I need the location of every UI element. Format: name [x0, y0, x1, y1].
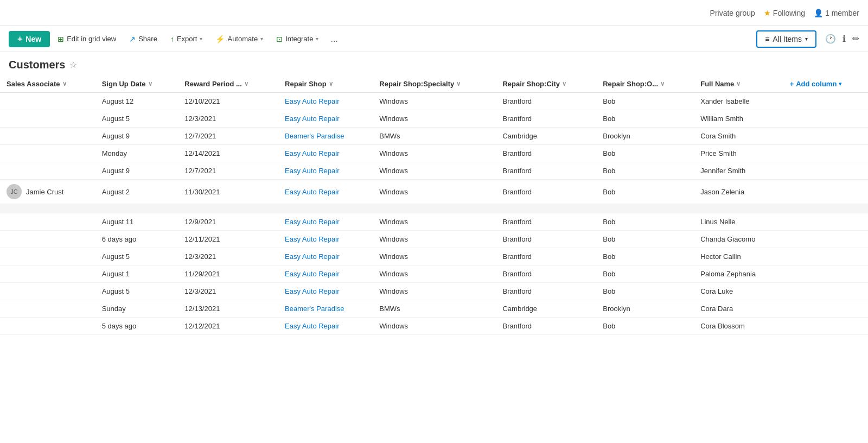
- table-row[interactable]: Monday12/14/2021Easy Auto RepairWindowsB…: [0, 145, 868, 162]
- table-row[interactable]: August 512/3/2021Easy Auto RepairWindows…: [0, 248, 868, 265]
- all-items-button[interactable]: ≡ All Items ▾: [756, 30, 816, 48]
- cell-city: Brantford: [496, 180, 596, 204]
- table-row[interactable]: August 1212/10/2021Easy Auto RepairWindo…: [0, 93, 868, 110]
- table-row[interactable]: JCJamie CrustAugust 211/30/2021Easy Auto…: [0, 180, 868, 204]
- repair-shop-link[interactable]: Easy Auto Repair: [285, 252, 339, 261]
- cell-add-column-empty: [783, 300, 868, 318]
- cell-repair-shop[interactable]: Easy Auto Repair: [278, 283, 373, 300]
- repair-shop-link[interactable]: Easy Auto Repair: [285, 322, 339, 330]
- table-body: August 1212/10/2021Easy Auto RepairWindo…: [0, 93, 868, 335]
- cell-repair-shop[interactable]: Easy Auto Repair: [278, 231, 373, 248]
- export-button[interactable]: ↑ Export ▾: [165, 31, 208, 47]
- table-row[interactable]: 5 days ago12/12/2021Easy Auto RepairWind…: [0, 318, 868, 335]
- more-actions-button[interactable]: ...: [326, 32, 342, 46]
- cell-full-name: William Smith: [694, 110, 783, 128]
- pencil-view-icon[interactable]: ✏: [852, 34, 859, 44]
- info-view-icon[interactable]: ℹ: [843, 34, 846, 44]
- table-row[interactable]: August 512/3/2021Easy Auto RepairWindows…: [0, 110, 868, 128]
- cell-repair-shop[interactable]: Easy Auto Repair: [278, 110, 373, 128]
- clock-view-icon[interactable]: 🕐: [825, 34, 836, 44]
- cell-sign-up-date: August 9: [95, 128, 178, 145]
- cell-repair-shop[interactable]: Beamer's Paradise: [278, 128, 373, 145]
- repair-shop-link[interactable]: Easy Auto Repair: [285, 97, 339, 105]
- cell-sign-up-date: August 5: [95, 283, 178, 300]
- page-title: Customers: [9, 59, 65, 71]
- edit-grid-view-button[interactable]: ⊞ Edit in grid view: [52, 31, 122, 47]
- repair-shop-link[interactable]: Easy Auto Repair: [285, 188, 339, 196]
- table-row[interactable]: 6 days ago12/11/2021Easy Auto RepairWind…: [0, 231, 868, 248]
- cell-repair-shop[interactable]: Beamer's Paradise: [278, 300, 373, 318]
- col-full-name[interactable]: Full Name ∨: [694, 75, 783, 93]
- toolbar: + New ⊞ Edit in grid view ↗ Share ↑ Expo…: [0, 26, 868, 52]
- cell-repair-shop[interactable]: Easy Auto Repair: [278, 248, 373, 265]
- cell-repair-shop[interactable]: Easy Auto Repair: [278, 145, 373, 162]
- table-row[interactable]: August 912/7/2021Easy Auto RepairWindows…: [0, 162, 868, 180]
- cell-repair-shop[interactable]: Easy Auto Repair: [278, 162, 373, 180]
- cell-full-name: Linus Nelle: [694, 213, 783, 231]
- repair-shop-link[interactable]: Easy Auto Repair: [285, 235, 339, 243]
- repair-shop-link[interactable]: Easy Auto Repair: [285, 167, 339, 175]
- sort-icon-specialty: ∨: [456, 80, 461, 87]
- following-button[interactable]: ★ Following: [764, 9, 805, 17]
- cell-reward-period: 12/14/2021: [178, 145, 278, 162]
- edit-grid-label: Edit in grid view: [67, 35, 116, 43]
- repair-shop-link[interactable]: Beamer's Paradise: [285, 305, 344, 313]
- cell-repair-shop[interactable]: Easy Auto Repair: [278, 265, 373, 283]
- sort-icon-sign-up-date: ∨: [148, 80, 152, 87]
- cell-sales-associate: [0, 248, 95, 265]
- table-row[interactable]: August 912/7/2021Beamer's ParadiseBMWsCa…: [0, 128, 868, 145]
- repair-shop-link[interactable]: Easy Auto Repair: [285, 115, 339, 123]
- automate-button[interactable]: ⚡ Automate ▾: [210, 31, 269, 47]
- cell-repair-shop[interactable]: Easy Auto Repair: [278, 318, 373, 335]
- add-column-label: Add column: [796, 80, 837, 88]
- share-button[interactable]: ↗ Share: [124, 31, 163, 47]
- cell-other: Bob: [596, 110, 694, 128]
- cell-sales-associate: [0, 265, 95, 283]
- integrate-button[interactable]: ⊡ Integrate ▾: [271, 31, 324, 47]
- export-label: Export: [177, 35, 197, 43]
- cell-sign-up-date: August 5: [95, 248, 178, 265]
- col-repair-shop-city[interactable]: Repair Shop:City ∨: [496, 75, 596, 93]
- cell-full-name: Cora Dara: [694, 300, 783, 318]
- favorite-star-icon[interactable]: ☆: [69, 60, 77, 70]
- sort-icon-other: ∨: [660, 80, 665, 87]
- repair-shop-link[interactable]: Easy Auto Repair: [285, 149, 339, 157]
- following-star-icon: ★: [764, 9, 771, 17]
- add-column-chevron: ▾: [839, 81, 841, 87]
- new-button[interactable]: + New: [9, 31, 50, 47]
- repair-shop-link[interactable]: Easy Auto Repair: [285, 270, 339, 278]
- table-row[interactable]: August 111/29/2021Easy Auto RepairWindow…: [0, 265, 868, 283]
- col-repair-shop[interactable]: Repair Shop ∨: [278, 75, 373, 93]
- add-column-plus-icon: +: [790, 80, 794, 88]
- cell-repair-shop[interactable]: Easy Auto Repair: [278, 180, 373, 204]
- cell-other: Bob: [596, 265, 694, 283]
- cell-sign-up-date: August 11: [95, 213, 178, 231]
- col-repair-shop-other[interactable]: Repair Shop:O... ∨: [596, 75, 694, 93]
- repair-shop-link[interactable]: Easy Auto Repair: [285, 287, 339, 295]
- col-repair-shop-specialty[interactable]: Repair Shop:Specialty ∨: [373, 75, 496, 93]
- table-row[interactable]: Sunday12/13/2021Beamer's ParadiseBMWsCam…: [0, 300, 868, 318]
- col-sales-associate[interactable]: Sales Associate ∨: [0, 75, 95, 93]
- col-add-column[interactable]: + Add column ▾: [783, 75, 868, 93]
- cell-sign-up-date: 6 days ago: [95, 231, 178, 248]
- cell-sign-up-date: Sunday: [95, 300, 178, 318]
- cell-repair-shop[interactable]: Easy Auto Repair: [278, 213, 373, 231]
- table-row[interactable]: August 512/3/2021Easy Auto RepairWindows…: [0, 283, 868, 300]
- col-reward-period[interactable]: Reward Period ... ∨: [178, 75, 278, 93]
- cell-full-name: Chanda Giacomo: [694, 231, 783, 248]
- sort-icon-city: ∨: [562, 80, 566, 87]
- cell-sales-associate: [0, 128, 95, 145]
- grid-icon: ⊞: [58, 35, 64, 43]
- cell-city: Brantford: [496, 110, 596, 128]
- col-label-sales-associate: Sales Associate: [7, 80, 60, 88]
- col-sign-up-date[interactable]: Sign Up Date ∨: [95, 75, 178, 93]
- cell-sign-up-date: August 9: [95, 162, 178, 180]
- repair-shop-link[interactable]: Easy Auto Repair: [285, 218, 339, 226]
- cell-specialty: Windows: [373, 180, 496, 204]
- repair-shop-link[interactable]: Beamer's Paradise: [285, 132, 344, 140]
- cell-repair-shop[interactable]: Easy Auto Repair: [278, 93, 373, 110]
- table-row[interactable]: August 1112/9/2021Easy Auto RepairWindow…: [0, 213, 868, 231]
- cell-specialty: Windows: [373, 231, 496, 248]
- cell-reward-period: 12/3/2021: [178, 248, 278, 265]
- cell-other: Bob: [596, 180, 694, 204]
